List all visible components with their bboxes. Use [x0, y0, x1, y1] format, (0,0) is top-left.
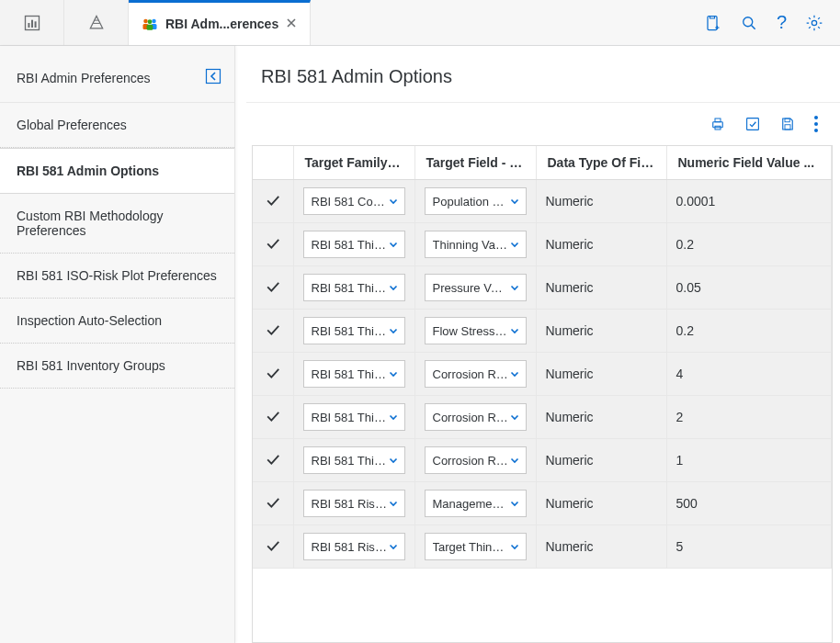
- row-check[interactable]: [253, 525, 293, 569]
- svg-point-11: [744, 17, 753, 26]
- target-field-dropdown[interactable]: Thinning Variance: [425, 231, 527, 258]
- target-field-dropdown[interactable]: Target Thinning A: [425, 533, 527, 560]
- gear-icon[interactable]: [805, 14, 823, 32]
- target-field-dropdown[interactable]: Pressure Variance: [425, 274, 527, 301]
- target-family-dropdown[interactable]: RBI 581 Thinning: [303, 317, 405, 344]
- svg-rect-3: [34, 21, 36, 28]
- sidebar-item[interactable]: RBI 581 ISO-Risk Plot Preferences: [0, 254, 234, 299]
- sidebar-list: Global PreferencesRBI 581 Admin OptionsC…: [0, 103, 234, 389]
- target-field-dropdown-text: Target Thinning A: [433, 540, 509, 554]
- target-family-dropdown-text: RBI 581 Thinning: [312, 238, 388, 252]
- sidebar-item[interactable]: Inspection Auto-Selection: [0, 299, 234, 344]
- target-family-dropdown[interactable]: RBI 581 Thinning: [303, 274, 405, 301]
- chevron-down-icon: [388, 239, 399, 250]
- row-check[interactable]: [253, 353, 293, 396]
- chevron-down-icon: [388, 325, 399, 336]
- data-type-cell: Numeric: [536, 353, 666, 396]
- target-family-dropdown-text: RBI 581 Thinning: [312, 411, 388, 424]
- numeric-value-cell[interactable]: 5: [666, 525, 832, 569]
- data-type-cell: Numeric: [536, 439, 666, 482]
- target-field-dropdown[interactable]: Corrosion Rate Factor: [425, 403, 527, 431]
- numeric-value-cell[interactable]: 0.0001: [666, 180, 832, 223]
- checkmark-icon: [264, 450, 282, 468]
- svg-rect-17: [747, 118, 759, 130]
- column-header[interactable]: Data Type Of Field - ...: [536, 146, 666, 180]
- target-family-dropdown[interactable]: RBI 581 Risk Analysis: [303, 490, 405, 517]
- table-row: RBI 581 ThinningFlow Stress VarianceNume…: [253, 310, 832, 353]
- chevron-down-icon: [388, 196, 399, 207]
- tab-hierarchy[interactable]: [64, 0, 129, 45]
- column-header[interactable]: [253, 146, 293, 180]
- target-family-dropdown-text: RBI 581 Thinning: [312, 281, 388, 295]
- target-family-dropdown[interactable]: RBI 581 Thinning: [303, 231, 405, 258]
- checkmark-icon: [264, 277, 282, 296]
- numeric-value-cell[interactable]: 1: [666, 439, 832, 482]
- row-check[interactable]: [253, 396, 293, 439]
- column-header[interactable]: Numeric Field Value ...: [666, 146, 832, 180]
- checkmark-icon: [264, 234, 282, 253]
- numeric-value-cell[interactable]: 2: [666, 396, 832, 439]
- sidebar-item-label: Global Preferences: [17, 118, 127, 132]
- target-family-dropdown[interactable]: RBI 581 Thinning: [303, 360, 405, 388]
- column-header[interactable]: Target Family - Va...: [293, 146, 414, 180]
- column-header[interactable]: Target Field - Valu...: [414, 146, 536, 180]
- data-type-cell: Numeric: [536, 223, 666, 266]
- row-check[interactable]: [253, 223, 293, 266]
- chevron-down-icon: [509, 368, 520, 379]
- numeric-value-cell[interactable]: 0.05: [666, 266, 832, 310]
- target-field-dropdown[interactable]: Corrosion Rate Factor: [425, 446, 527, 474]
- chevron-down-icon: [509, 239, 520, 250]
- row-check[interactable]: [253, 439, 293, 482]
- search-icon[interactable]: [740, 14, 758, 32]
- numeric-value-cell[interactable]: 0.2: [666, 223, 832, 266]
- target-field-dropdown[interactable]: Management Score: [425, 490, 527, 517]
- sidebar-item-label: RBI 581 ISO-Risk Plot Preferences: [17, 268, 217, 283]
- numeric-value-cell[interactable]: 500: [666, 482, 832, 525]
- chevron-down-icon: [509, 196, 520, 207]
- clipboard-add-icon[interactable]: [703, 14, 721, 32]
- target-family-dropdown[interactable]: RBI 581 Consequence: [303, 187, 405, 215]
- sidebar: RBI Admin Preferences Global Preferences…: [0, 46, 235, 643]
- numeric-value-cell[interactable]: 0.2: [666, 310, 832, 353]
- numeric-value-cell[interactable]: 4: [666, 353, 832, 396]
- tab-dashboard[interactable]: [0, 0, 64, 45]
- page-title: RBI 581 Admin Options: [261, 66, 825, 87]
- target-family-dropdown[interactable]: RBI 581 Thinning: [303, 403, 405, 431]
- tab-rbi-admin-preferences[interactable]: RBI Adm...erences: [129, 0, 311, 45]
- checkmark-icon: [264, 321, 282, 339]
- data-type-cell: Numeric: [536, 396, 666, 439]
- target-field-dropdown-text: Management Score: [433, 497, 509, 511]
- tab-close-button[interactable]: [286, 17, 297, 31]
- target-field-dropdown[interactable]: Flow Stress Variance: [425, 317, 527, 344]
- sidebar-item-label: RBI 581 Inventory Groups: [17, 358, 165, 373]
- svg-point-8: [148, 19, 153, 24]
- save-icon[interactable]: [779, 116, 796, 132]
- target-field-dropdown-text: Corrosion Rate Factor: [433, 411, 509, 424]
- content-header: RBI 581 Admin Options: [246, 46, 840, 103]
- sidebar-item[interactable]: RBI 581 Inventory Groups: [0, 344, 234, 389]
- svg-rect-14: [713, 122, 723, 128]
- target-family-dropdown[interactable]: RBI 581 Thinning: [303, 446, 405, 474]
- help-icon[interactable]: ?: [777, 12, 787, 33]
- table-row: RBI 581 ThinningThinning VarianceNumeric…: [253, 223, 832, 266]
- target-family-dropdown[interactable]: RBI 581 Risk Analysis: [303, 533, 405, 560]
- row-check[interactable]: [253, 482, 293, 525]
- print-icon[interactable]: [709, 116, 726, 132]
- chevron-down-icon: [509, 282, 520, 293]
- row-check[interactable]: [253, 266, 293, 310]
- more-actions-button[interactable]: [814, 116, 818, 132]
- chevron-down-icon: [509, 498, 520, 509]
- sidebar-item[interactable]: Custom RBI Methodology Preferences: [0, 194, 234, 254]
- sidebar-collapse-button[interactable]: [205, 68, 221, 87]
- row-check[interactable]: [253, 310, 293, 353]
- row-check[interactable]: [253, 180, 293, 223]
- sidebar-item[interactable]: RBI 581 Admin Options: [0, 148, 234, 194]
- chevron-down-icon: [509, 455, 520, 466]
- target-field-dropdown[interactable]: Population Density: [425, 187, 527, 215]
- svg-point-4: [143, 19, 148, 24]
- grid-scroll[interactable]: Target Family - Va...Target Field - Valu…: [253, 146, 832, 642]
- target-field-dropdown[interactable]: Corrosion Rate Factor: [425, 360, 527, 388]
- sidebar-item[interactable]: Global Preferences: [0, 103, 234, 148]
- chevron-left-icon: [205, 68, 221, 85]
- check-square-icon[interactable]: [744, 116, 761, 132]
